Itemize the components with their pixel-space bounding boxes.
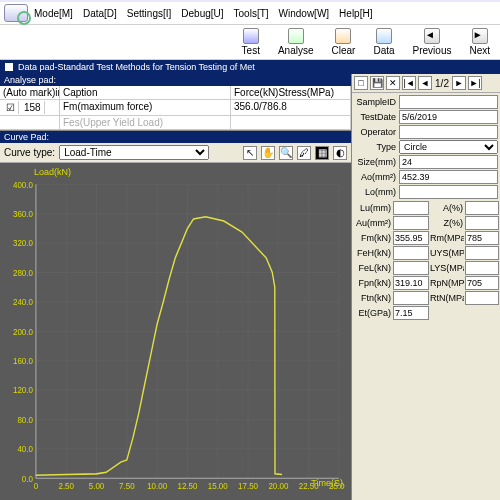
rtn-field[interactable] xyxy=(465,291,499,305)
size-field[interactable] xyxy=(399,155,498,169)
rpn-label: RpN(MPa) xyxy=(430,278,464,288)
y-axis-label: Load(kN) xyxy=(34,167,71,177)
lys-label: LYS(MPa) xyxy=(430,263,464,273)
et-label: Et(GPa) xyxy=(354,308,392,318)
lu-label: Lu(mm) xyxy=(354,203,392,213)
type-select[interactable]: Circle xyxy=(399,140,498,154)
curve-type-select[interactable]: Load-Time xyxy=(59,145,209,160)
svg-text:7.50: 7.50 xyxy=(119,481,135,491)
svg-text:2.50: 2.50 xyxy=(58,481,74,491)
size-label: Size(mm) xyxy=(354,157,398,167)
fpn-label: Fpn(kN) xyxy=(354,278,392,288)
analyse-header-row: (Auto mark)in.. Caption Force(kN)Stress(… xyxy=(0,86,351,100)
zoom-tool-icon[interactable]: 🔍 xyxy=(279,146,293,160)
svg-text:160.0: 160.0 xyxy=(13,356,33,366)
ao-field[interactable] xyxy=(399,170,498,184)
svg-text:280.0: 280.0 xyxy=(13,267,33,277)
svg-text:0.0: 0.0 xyxy=(22,473,33,483)
lu-field[interactable] xyxy=(393,201,429,215)
uys-label: UYS(MPa) xyxy=(430,248,464,258)
last-record-icon[interactable]: ►| xyxy=(468,76,482,90)
z-field[interactable] xyxy=(465,216,499,230)
page-indicator: 1/2 xyxy=(434,78,450,89)
svg-text:15.00: 15.00 xyxy=(208,481,228,491)
svg-text:200.0: 200.0 xyxy=(13,326,33,336)
save-icon[interactable]: 💾 xyxy=(370,76,384,90)
svg-text:10.00: 10.00 xyxy=(147,481,167,491)
menu-data[interactable]: Data[D] xyxy=(79,5,121,22)
pointer-tool-icon[interactable]: ↖ xyxy=(243,146,257,160)
x-axis-label: Time(S) xyxy=(311,478,343,488)
col-header-caption[interactable]: Caption xyxy=(60,86,231,99)
sampleid-label: SampleID xyxy=(354,97,398,107)
testdate-field[interactable] xyxy=(399,110,498,124)
svg-text:17.50: 17.50 xyxy=(238,481,258,491)
operator-field[interactable] xyxy=(399,125,498,139)
svg-text:0: 0 xyxy=(34,481,39,491)
data-button[interactable]: Data xyxy=(367,27,400,57)
fel-label: FeL(kN) xyxy=(354,263,392,273)
a-field[interactable] xyxy=(465,201,499,215)
new-icon[interactable]: □ xyxy=(354,76,368,90)
fm-field[interactable] xyxy=(393,231,429,245)
clear-button[interactable]: Clear xyxy=(326,27,362,57)
lo-label: Lo(mm) xyxy=(354,187,398,197)
operator-label: Operator xyxy=(354,127,398,137)
type-label: Type xyxy=(354,142,398,152)
test-icon xyxy=(243,28,259,44)
first-record-icon[interactable]: |◄ xyxy=(402,76,416,90)
prev-record-icon[interactable]: ◄ xyxy=(418,76,432,90)
hand-tool-icon[interactable]: ✋ xyxy=(261,146,275,160)
svg-text:360.0: 360.0 xyxy=(13,209,33,219)
main-toolbar: Test Analyse Clear Data ◄Previous ►Next xyxy=(0,25,500,60)
lys-field[interactable] xyxy=(465,261,499,275)
test-button[interactable]: Test xyxy=(236,27,266,57)
rm-field[interactable] xyxy=(465,231,499,245)
et-field[interactable] xyxy=(393,306,429,320)
rtn-label: RtN(MPa) xyxy=(430,293,464,303)
svg-text:80.0: 80.0 xyxy=(17,414,33,424)
rpn-field[interactable] xyxy=(465,276,499,290)
previous-button[interactable]: ◄Previous xyxy=(407,27,458,57)
fpn-field[interactable] xyxy=(393,276,429,290)
menu-help[interactable]: Help[H] xyxy=(335,5,376,22)
data-pad-titlebar: Data pad-Standard Test Methods for Tensi… xyxy=(0,60,500,74)
col-header-force[interactable]: Force(kN)Stress(MPa) xyxy=(231,86,351,99)
ftn-field[interactable] xyxy=(393,291,429,305)
color-tool-icon[interactable]: 🖊 xyxy=(297,146,311,160)
menu-debug[interactable]: Debug[U] xyxy=(177,5,227,22)
table-row[interactable]: ☑158 Fm(maximum force) 356.0/786.8 xyxy=(0,100,351,116)
feh-label: FeH(kN) xyxy=(354,248,392,258)
fel-field[interactable] xyxy=(393,261,429,275)
menu-settings[interactable]: Settings[I] xyxy=(123,5,175,22)
svg-text:320.0: 320.0 xyxy=(13,238,33,248)
checkbox-icon[interactable]: ☑ xyxy=(3,101,19,114)
sampleid-field[interactable] xyxy=(399,95,498,109)
app-logo-icon xyxy=(4,4,28,22)
analyse-button[interactable]: Analyse xyxy=(272,27,320,57)
menubar: Mode[M] Data[D] Settings[I] Debug[U] Too… xyxy=(0,2,500,25)
lo-field[interactable] xyxy=(399,185,498,199)
zoom-in-icon[interactable]: ▦ xyxy=(315,146,329,160)
analyse-icon xyxy=(288,28,304,44)
table-row[interactable]: Fes(Upper Yield Load) xyxy=(0,116,351,130)
z-label: Z(%) xyxy=(430,218,464,228)
menu-tools[interactable]: Tools[T] xyxy=(230,5,273,22)
analyse-pad-title: Analyse pad: xyxy=(0,74,351,86)
next-record-icon[interactable]: ► xyxy=(452,76,466,90)
svg-text:40.0: 40.0 xyxy=(17,444,33,454)
svg-text:12.50: 12.50 xyxy=(177,481,197,491)
svg-text:5.00: 5.00 xyxy=(89,481,105,491)
col-header-index[interactable]: (Auto mark)in.. xyxy=(0,86,60,99)
delete-icon[interactable]: ✕ xyxy=(386,76,400,90)
svg-text:20.00: 20.00 xyxy=(268,481,288,491)
next-button[interactable]: ►Next xyxy=(463,27,496,57)
menu-mode[interactable]: Mode[M] xyxy=(30,5,77,22)
feh-field[interactable] xyxy=(393,246,429,260)
au-field[interactable] xyxy=(393,216,429,230)
uys-field[interactable] xyxy=(465,246,499,260)
toggle-tool-icon[interactable]: ◐ xyxy=(333,146,347,160)
menu-window[interactable]: Window[W] xyxy=(275,5,334,22)
curve-type-label: Curve type: xyxy=(4,147,55,158)
rm-label: Rm(MPa) xyxy=(430,233,464,243)
